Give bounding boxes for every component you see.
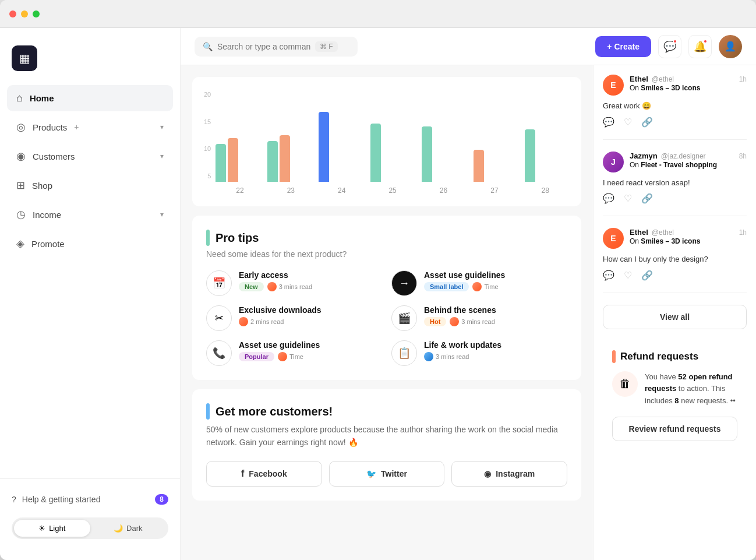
light-theme-btn[interactable]: ☀ Light <box>14 520 90 537</box>
sidebar-bottom: ? Help & getting started 8 ☀ Light 🌙 Dar… <box>0 478 180 548</box>
app-window: ▦ ⌂ Home ◎ Products + ▾ ◉ Custome <box>0 0 756 560</box>
pro-tips-accent <box>206 230 210 246</box>
facebook-button[interactable]: f Facebook <box>206 461 322 487</box>
search-input[interactable] <box>217 42 310 51</box>
like-icon[interactable]: ♡ <box>624 117 632 128</box>
comment-author-name: Jazmyn <box>630 152 658 160</box>
sidebar-item-label: Shop <box>32 181 52 191</box>
user-avatar[interactable]: 👤 <box>719 35 742 58</box>
plus-icon[interactable]: + <box>74 122 79 132</box>
dark-theme-btn[interactable]: 🌙 Dark <box>90 520 167 537</box>
promote-icon: ◈ <box>16 237 24 250</box>
sidebar-item-label: Products <box>33 122 67 132</box>
tip-icon-asset-guidelines[interactable]: → <box>391 270 417 296</box>
comment-text: How can I buy only the design? <box>603 253 747 265</box>
tip-title: Early access <box>239 270 312 280</box>
get-customers-description: 50% of new customers explore products be… <box>206 423 567 449</box>
instagram-button[interactable]: ◉ Instagram <box>451 461 567 487</box>
reply-icon[interactable]: 💬 <box>603 117 614 128</box>
tip-icon-life-work[interactable]: 📋 <box>391 340 417 366</box>
tip-behind-scenes: 🎬 Behind the scenes Hot 3 mins read <box>391 305 567 331</box>
comment-product-link[interactable]: Smiles – 3D icons <box>641 84 700 92</box>
bar-group-22 <box>216 138 260 182</box>
link-icon[interactable]: 🔗 <box>641 117 653 128</box>
sidebar-item-label: Promote <box>31 239 65 249</box>
tip-icon-early-access[interactable]: 📅 <box>206 270 232 296</box>
tip-icon-behind-scenes[interactable]: 🎬 <box>391 305 417 331</box>
sidebar-item-home[interactable]: ⌂ Home <box>7 85 173 111</box>
twitter-button[interactable]: 🐦 Twitter <box>329 461 445 487</box>
bar-group-26 <box>422 126 467 182</box>
center-panel: 20 15 10 5 <box>181 65 593 560</box>
maximize-btn[interactable] <box>33 10 40 17</box>
minimize-btn[interactable] <box>21 10 28 17</box>
refund-title: Refund requests <box>612 350 737 363</box>
comment-time: 1h <box>739 75 747 83</box>
refund-accent <box>612 350 616 363</box>
create-button[interactable]: + Create <box>595 36 651 57</box>
comment-product-link[interactable]: Fleet - Travel shopping <box>641 161 717 169</box>
sidebar-item-promote[interactable]: ◈ Promote <box>7 230 173 257</box>
pro-tips-title: Pro tips <box>206 230 567 246</box>
bar-group-25 <box>370 124 415 182</box>
message-notification-dot <box>673 39 677 44</box>
messages-button[interactable]: 💬 <box>658 35 681 58</box>
sidebar: ▦ ⌂ Home ◎ Products + ▾ ◉ Custome <box>0 28 181 560</box>
notification-dot <box>703 39 708 44</box>
theme-toggle: ☀ Light 🌙 Dark <box>12 517 168 539</box>
comment-author-name: Ethel <box>630 75 648 83</box>
bar-group-24 <box>319 112 363 182</box>
tip-icon-exclusive-downloads[interactable]: ✂ <box>206 305 232 331</box>
tip-title: Asset use guidelines <box>424 270 505 280</box>
like-icon[interactable]: ♡ <box>624 193 632 204</box>
refund-info: 🗑 You have 52 open refund requests to ac… <box>612 371 737 407</box>
reply-icon[interactable]: 💬 <box>603 193 614 204</box>
link-icon[interactable]: 🔗 <box>641 270 653 281</box>
review-refund-button[interactable]: Review refund requests <box>612 417 737 441</box>
chevron-down-icon: ▾ <box>160 123 164 131</box>
sidebar-item-customers[interactable]: ◉ Customers ▾ <box>7 143 173 170</box>
sidebar-item-shop[interactable]: ⊞ Shop <box>7 172 173 199</box>
close-btn[interactable] <box>9 10 16 17</box>
search-bar[interactable]: 🔍 ⌘ F <box>195 37 358 57</box>
tips-grid: 📅 Early access New 3 mins read <box>206 270 567 366</box>
refund-description: You have 52 open refund requests to acti… <box>645 371 737 407</box>
sidebar-nav: ⌂ Home ◎ Products + ▾ ◉ Customers ▾ <box>0 85 180 478</box>
tag-hot: Hot <box>424 317 446 326</box>
sidebar-item-income[interactable]: ◷ Income ▾ <box>7 201 173 228</box>
y-axis: 20 15 10 5 <box>204 89 211 182</box>
help-item[interactable]: ? Help & getting started 8 <box>12 488 168 510</box>
light-label: Light <box>49 524 65 533</box>
view-all-button[interactable]: View all <box>603 305 747 329</box>
moon-icon: 🌙 <box>114 524 123 533</box>
comment-time: 1h <box>739 228 747 237</box>
notifications-button[interactable]: 🔔 <box>688 35 712 58</box>
tip-exclusive-downloads: ✂ Exclusive downloads 2 mins read <box>206 305 382 331</box>
main-area: 🔍 ⌘ F + Create 💬 🔔 👤 <box>181 28 756 560</box>
bar-blue <box>319 112 329 182</box>
comment-item: J Jazmyn @jaz.designer 8h On <box>603 152 747 217</box>
app-logo: ▦ <box>12 45 37 71</box>
like-icon[interactable]: ♡ <box>624 270 632 281</box>
titlebar <box>0 0 756 28</box>
reply-icon[interactable]: 💬 <box>603 270 614 281</box>
income-icon: ◷ <box>16 208 26 221</box>
link-icon[interactable]: 🔗 <box>641 193 653 204</box>
sidebar-item-label: Income <box>33 210 61 220</box>
pro-tips-section: Pro tips Need some ideas for the next pr… <box>192 216 581 380</box>
refund-icon: 🗑 <box>612 371 638 397</box>
tag-small: Small label <box>424 282 469 291</box>
comment-avatar: J <box>603 152 624 172</box>
comment-product-link[interactable]: Smiles – 3D icons <box>641 237 700 245</box>
sidebar-item-products[interactable]: ◎ Products + ▾ <box>7 114 173 140</box>
search-shortcut: ⌘ F <box>315 41 338 52</box>
social-buttons: f Facebook 🐦 Twitter ◉ Instagram <box>206 461 567 487</box>
topbar: 🔍 ⌘ F + Create 💬 🔔 👤 <box>181 28 756 65</box>
tip-title: Exclusive downloads <box>239 305 322 315</box>
instagram-icon: ◉ <box>484 469 491 478</box>
bar-chart <box>216 89 570 182</box>
chart-x-labels: 22 23 24 25 26 27 28 <box>216 186 570 195</box>
sun-icon: ☀ <box>38 524 45 533</box>
tag-popular: Popular <box>239 352 274 361</box>
tip-icon-asset-guidelines-2[interactable]: 📞 <box>206 340 232 366</box>
